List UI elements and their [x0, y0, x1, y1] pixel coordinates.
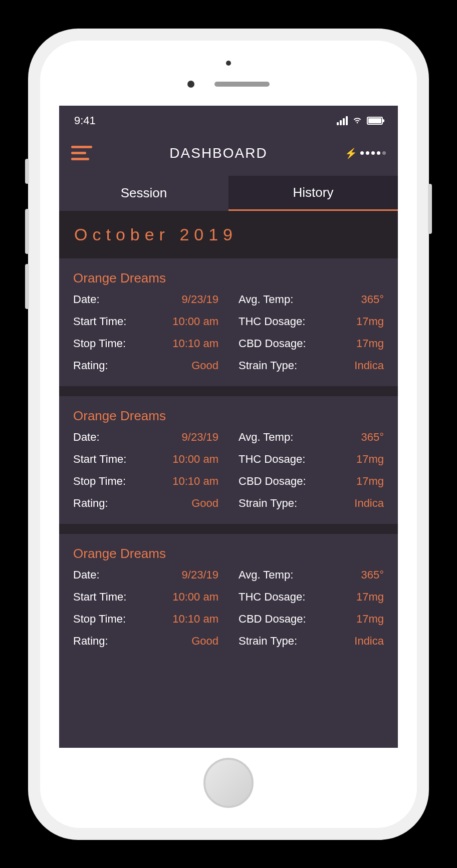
strain-type-label: Strain Type: — [239, 497, 297, 510]
month-header: October 2019 — [59, 211, 398, 258]
tab-session[interactable]: Session — [59, 176, 228, 211]
speaker-row — [187, 81, 270, 88]
start-time-value: 10:00 am — [172, 453, 218, 466]
rating-value: Good — [191, 635, 218, 648]
avg-temp-value: 365° — [361, 568, 384, 582]
avg-temp-value: 365° — [361, 431, 384, 444]
thc-dosage-label: THC Dosage: — [239, 591, 305, 604]
date-value: 9/23/19 — [182, 293, 218, 306]
camera-dot-icon — [226, 61, 231, 66]
date-label: Date: — [73, 568, 100, 582]
stop-time-value: 10:10 am — [172, 613, 218, 626]
history-cards: Orange Dreams Date:9/23/19 Start Time:10… — [59, 258, 398, 672]
date-label: Date: — [73, 431, 100, 444]
cbd-dosage-label: CBD Dosage: — [239, 613, 306, 626]
status-right — [337, 114, 383, 128]
volume-button — [25, 159, 29, 184]
avg-temp-label: Avg. Temp: — [239, 293, 293, 306]
charge-dots-icon — [360, 151, 386, 155]
card-title: Orange Dreams — [73, 270, 384, 286]
rating-label: Rating: — [73, 497, 108, 510]
volume-button — [25, 209, 29, 254]
avg-temp-label: Avg. Temp: — [239, 431, 293, 444]
avg-temp-label: Avg. Temp: — [239, 568, 293, 582]
stop-time-label: Stop Time: — [73, 613, 126, 626]
cbd-dosage-value: 17mg — [356, 613, 384, 626]
rating-label: Rating: — [73, 359, 108, 372]
front-camera-icon — [187, 81, 194, 88]
start-time-label: Start Time: — [73, 315, 126, 328]
tab-history[interactable]: History — [228, 176, 398, 211]
speaker-icon — [214, 82, 270, 87]
strain-type-label: Strain Type: — [239, 359, 297, 372]
page-title: DASHBOARD — [169, 145, 267, 161]
rating-label: Rating: — [73, 635, 108, 648]
menu-icon[interactable] — [71, 146, 92, 160]
status-bar: 9:41 — [59, 106, 398, 136]
start-time-label: Start Time: — [73, 591, 126, 604]
start-time-value: 10:00 am — [172, 591, 218, 604]
start-time-label: Start Time: — [73, 453, 126, 466]
cbd-dosage-value: 17mg — [356, 475, 384, 488]
strain-type-label: Strain Type: — [239, 635, 297, 648]
bolt-icon: ⚡ — [345, 147, 357, 159]
strain-type-value: Indica — [354, 497, 384, 510]
battery-icon — [367, 117, 383, 125]
thc-dosage-value: 17mg — [356, 315, 384, 328]
rating-value: Good — [191, 359, 218, 372]
tabs: Session History — [59, 176, 398, 211]
app-header: DASHBOARD ⚡ — [59, 136, 398, 171]
date-value: 9/23/19 — [182, 568, 218, 582]
screen: 9:41 DASHBOARD — [59, 106, 398, 748]
rating-value: Good — [191, 497, 218, 510]
stop-time-label: Stop Time: — [73, 337, 126, 350]
card-title: Orange Dreams — [73, 546, 384, 561]
date-label: Date: — [73, 293, 100, 306]
card-title: Orange Dreams — [73, 408, 384, 424]
cbd-dosage-value: 17mg — [356, 337, 384, 350]
thc-dosage-value: 17mg — [356, 453, 384, 466]
date-value: 9/23/19 — [182, 431, 218, 444]
strain-type-value: Indica — [354, 635, 384, 648]
charge-indicator[interactable]: ⚡ — [345, 147, 386, 159]
phone-frame: 9:41 DASHBOARD — [28, 29, 429, 840]
history-card[interactable]: Orange Dreams Date:9/23/19 Start Time:10… — [59, 396, 398, 534]
strain-type-value: Indica — [354, 359, 384, 372]
stop-time-value: 10:10 am — [172, 475, 218, 488]
volume-button — [25, 264, 29, 309]
avg-temp-value: 365° — [361, 293, 384, 306]
start-time-value: 10:00 am — [172, 315, 218, 328]
thc-dosage-label: THC Dosage: — [239, 315, 305, 328]
thc-dosage-value: 17mg — [356, 591, 384, 604]
history-card[interactable]: Orange Dreams Date:9/23/19 Start Time:10… — [59, 258, 398, 396]
thc-dosage-label: THC Dosage: — [239, 453, 305, 466]
cbd-dosage-label: CBD Dosage: — [239, 475, 306, 488]
wifi-icon — [352, 114, 363, 128]
stop-time-value: 10:10 am — [172, 337, 218, 350]
power-button — [428, 184, 432, 234]
phone-inner: 9:41 DASHBOARD — [40, 41, 417, 828]
signal-icon — [337, 116, 348, 125]
home-button[interactable] — [203, 758, 254, 808]
history-card[interactable]: Orange Dreams Date:9/23/19 Start Time:10… — [59, 534, 398, 662]
stop-time-label: Stop Time: — [73, 475, 126, 488]
cbd-dosage-label: CBD Dosage: — [239, 337, 306, 350]
status-time: 9:41 — [74, 114, 96, 127]
